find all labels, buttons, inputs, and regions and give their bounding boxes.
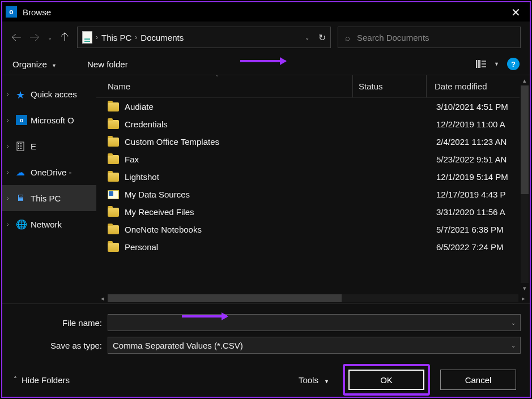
new-folder-button[interactable]: New folder (87, 59, 128, 69)
column-status[interactable]: Status (352, 75, 426, 97)
scroll-track[interactable] (108, 294, 518, 302)
svg-rect-4 (482, 63, 486, 65)
svg-rect-3 (482, 61, 486, 62)
chevron-down-icon: ▼ (52, 63, 57, 68)
scroll-up-icon[interactable]: ▴ (520, 75, 530, 85)
savetype-label: Save as type: (11, 341, 108, 350)
history-dropdown-icon[interactable]: ⌄ (48, 35, 52, 41)
nav-arrows: 🡠 🡢 ⌄ 🡡 (11, 32, 70, 44)
file-name: Lightshot (125, 172, 363, 182)
expand-icon[interactable]: › (7, 143, 12, 149)
window-title: Browse (23, 7, 51, 17)
pc-icon: 🖥 (16, 193, 27, 203)
tree-item[interactable]: ›★Quick acces (2, 81, 96, 107)
file-row[interactable]: OneNote Notebooks5/7/2021 6:38 PM (96, 221, 530, 238)
tree-item[interactable]: ›🌐Network (2, 211, 96, 237)
expand-icon[interactable]: › (7, 221, 12, 228)
chevron-right-icon[interactable]: › (135, 33, 137, 41)
file-date: 3/10/2021 4:51 PM (436, 102, 530, 111)
file-date: 2/4/2021 11:23 AN (436, 137, 530, 147)
file-date: 12/2/2019 11:00 A (436, 119, 530, 129)
filename-input[interactable]: ⌄ (108, 314, 521, 331)
browse-dialog: o Browse ✕ 🡠 🡢 ⌄ 🡡 › This PC › Documents… (1, 1, 531, 398)
ok-button[interactable]: OK (348, 370, 424, 390)
file-date: 12/1/2019 5:14 PM (436, 172, 530, 182)
breadcrumb-documents[interactable]: Documents (141, 33, 184, 42)
svg-rect-9 (18, 145, 19, 147)
scroll-thumb[interactable] (521, 85, 529, 194)
hide-folders-toggle[interactable]: ˄ Hide Folders (14, 375, 70, 385)
forward-icon[interactable]: 🡢 (29, 32, 40, 44)
expand-icon[interactable]: › (7, 91, 12, 97)
content-area: ›★Quick acces›oMicrosoft O›E›☁OneDrive -… (2, 75, 530, 304)
tree-item[interactable]: ›☁OneDrive - (2, 159, 96, 185)
scroll-left-icon[interactable]: ◂ (97, 295, 108, 302)
column-name[interactable]: Name (108, 81, 352, 91)
svg-rect-12 (20, 148, 22, 149)
expand-icon[interactable]: › (7, 169, 12, 175)
chevron-up-icon: ˄ (14, 376, 17, 384)
tree-item[interactable]: ›oMicrosoft O (2, 107, 96, 133)
scroll-thumb[interactable] (108, 294, 342, 302)
folder-icon (108, 155, 119, 164)
chevron-right-icon[interactable]: › (96, 33, 98, 41)
svg-rect-2 (479, 60, 480, 68)
vertical-scrollbar[interactable]: ▴ ▾ (520, 75, 530, 293)
back-icon[interactable]: 🡠 (11, 32, 22, 44)
breadcrumb-this-pc[interactable]: This PC (101, 33, 131, 42)
cloud-icon: ☁ (16, 167, 27, 177)
help-icon[interactable]: ? (507, 58, 520, 70)
savetype-select[interactable]: Comma Separated Values (*.CSV) ⌄ (108, 337, 521, 354)
close-icon[interactable]: ✕ (511, 6, 521, 19)
file-rows: Audiate3/10/2021 4:51 PMCredentials12/2/… (96, 98, 530, 293)
chevron-down-icon[interactable]: ⌄ (511, 320, 516, 326)
column-date[interactable]: Date modified (426, 75, 530, 97)
nav-bar: 🡠 🡢 ⌄ 🡡 › This PC › Documents ⌄ ↻ ⌕ (2, 22, 530, 53)
address-bar[interactable]: › This PC › Documents ⌄ ↻ (77, 27, 331, 48)
file-date: 5/7/2021 6:38 PM (436, 225, 530, 234)
file-name: Fax (125, 155, 363, 164)
horizontal-scrollbar[interactable]: ◂ ▸ (96, 293, 530, 303)
scroll-down-icon[interactable]: ▾ (520, 283, 530, 293)
search-input[interactable] (357, 33, 513, 42)
location-icon (82, 31, 92, 44)
search-box[interactable]: ⌕ (338, 27, 521, 48)
nav-tree: ›★Quick acces›oMicrosoft O›E›☁OneDrive -… (2, 75, 96, 303)
file-row[interactable]: Personal6/5/2022 7:24 PM (96, 238, 530, 256)
view-mode-icon[interactable] (476, 59, 486, 69)
organize-menu[interactable]: Organize ▼ (12, 59, 57, 69)
scroll-right-icon[interactable]: ▸ (518, 295, 529, 302)
file-row[interactable]: My Data Sources12/17/2019 4:43 P (96, 186, 530, 203)
building-icon (16, 141, 27, 151)
address-dropdown-icon[interactable]: ⌄ (305, 35, 309, 41)
expand-icon[interactable]: › (7, 195, 12, 201)
column-headers: ˄ Name Status Date modified (96, 75, 530, 98)
file-row[interactable]: My Received Files3/31/2020 11:56 A (96, 203, 530, 221)
view-dropdown-icon[interactable]: ▼ (494, 61, 499, 67)
svg-rect-7 (18, 143, 19, 144)
tree-item[interactable]: ›🖥This PC (2, 185, 96, 211)
expand-icon[interactable]: › (7, 117, 12, 123)
tree-item[interactable]: ›E (2, 133, 96, 159)
cancel-button[interactable]: Cancel (440, 370, 516, 390)
file-row[interactable]: Credentials12/2/2019 11:00 A (96, 115, 530, 133)
file-row[interactable]: Lightshot12/1/2019 5:14 PM (96, 168, 530, 186)
refresh-icon[interactable]: ↻ (318, 32, 326, 43)
folder-icon (108, 173, 119, 182)
scroll-track[interactable] (521, 85, 529, 283)
chevron-down-icon[interactable]: ⌄ (511, 342, 516, 349)
svg-rect-1 (478, 60, 479, 68)
tree-item-label: Quick acces (31, 89, 77, 99)
file-row[interactable]: Fax5/23/2022 9:51 AN (96, 151, 530, 168)
title-bar: o Browse ✕ (2, 2, 530, 22)
folder-icon (108, 120, 119, 129)
up-icon[interactable]: 🡡 (60, 32, 70, 44)
tree-item-label: OneDrive - (31, 168, 72, 177)
file-row[interactable]: Audiate3/10/2021 4:51 PM (96, 98, 530, 115)
ok-highlight: OK (343, 364, 430, 396)
file-row[interactable]: Custom Office Templates2/4/2021 11:23 AN (96, 133, 530, 151)
folder-icon (108, 208, 119, 217)
organize-label: Organize (12, 59, 47, 69)
tools-menu[interactable]: Tools ▼ (299, 375, 329, 385)
tree-item-label: Microsoft O (31, 115, 74, 125)
